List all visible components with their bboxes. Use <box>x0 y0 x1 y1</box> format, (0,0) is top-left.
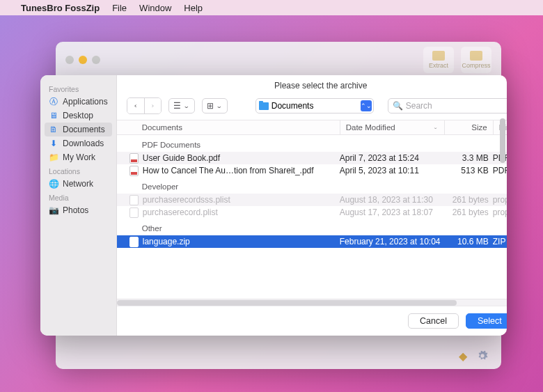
file-date: February 21, 2023 at 10:04 <box>340 237 444 246</box>
view-mode-button[interactable]: ☰⌄ <box>168 98 195 113</box>
compress-label: Compress <box>462 62 490 69</box>
download-icon: ⬇ <box>49 139 58 148</box>
sidebar-item-applications[interactable]: ⒶApplications <box>45 95 112 109</box>
group-header: Developer <box>117 177 507 194</box>
folder-icon: 📁 <box>49 152 58 162</box>
folder-icon <box>259 102 269 110</box>
sidebar: FavoritesⒶApplications🖥Desktop🗎Documents… <box>40 75 117 336</box>
select-button[interactable]: Select <box>466 313 507 329</box>
file-size: 10.6 MB <box>444 237 493 246</box>
dialog-footer: Cancel Select <box>117 306 507 336</box>
extract-label: Extract <box>429 62 448 69</box>
file-open-dialog: FavoritesⒶApplications🖥Desktop🗎Documents… <box>40 75 507 336</box>
file-name: How to Cancel The Au…tion from Shareit_.… <box>143 166 314 175</box>
search-icon: 🔍 <box>393 101 403 111</box>
file-zip-icon <box>129 237 139 247</box>
scroll-thumb[interactable] <box>500 118 505 163</box>
file-size: 261 bytes <box>444 207 493 217</box>
gear-icon[interactable] <box>476 350 489 362</box>
file-list[interactable]: PDF DocumentsUser Guide Book.pdfApril 7,… <box>117 135 507 306</box>
desktop-icon: 🖥 <box>49 111 58 120</box>
forward-button[interactable]: › <box>144 98 161 113</box>
file-name: purchaserecord.plist <box>143 207 218 217</box>
file-row[interactable]: language.zipFebruary 21, 2023 at 10:0410… <box>117 235 507 248</box>
sidebar-section-label: Favorites <box>45 82 112 95</box>
help-menu[interactable]: Help <box>184 3 203 13</box>
column-name[interactable]: Documents <box>117 120 340 134</box>
file-name: User Guide Book.pdf <box>143 153 220 163</box>
grid-icon: ⊞ <box>207 101 214 111</box>
file-name: language.zip <box>143 237 190 246</box>
column-size[interactable]: Size <box>444 120 493 134</box>
close-traffic-icon[interactable] <box>65 56 74 64</box>
system-menubar: TunesBro FossZip File Window Help <box>0 0 543 15</box>
list-header: Documents Date Modified⌄ Size Kind <box>117 120 507 135</box>
sidebar-item-photos[interactable]: 📷Photos <box>45 203 112 217</box>
sidebar-item-label: Documents <box>63 125 105 134</box>
compress-button: Compress <box>461 47 491 73</box>
window-menu[interactable]: Window <box>139 3 171 13</box>
sidebar-item-documents[interactable]: 🗎Documents <box>45 123 112 136</box>
zoom-traffic-icon[interactable] <box>92 56 100 64</box>
sidebar-item-label: Desktop <box>63 111 93 120</box>
traffic-lights[interactable] <box>65 56 100 64</box>
group-header: PDF Documents <box>117 135 507 152</box>
file-date: August 18, 2023 at 11:30 <box>340 195 444 205</box>
search-field[interactable]: 🔍 <box>388 98 507 113</box>
chevron-right-icon: › <box>151 102 154 109</box>
network-icon: 🌐 <box>49 179 58 189</box>
file-name: purchaserecordsss.plist <box>143 195 230 205</box>
chevron-down-icon: ⌄ <box>216 102 223 109</box>
nav-buttons: ‹ › <box>127 97 162 114</box>
back-button[interactable]: ‹ <box>127 98 144 113</box>
file-size: 513 KB <box>444 166 493 175</box>
dialog-toolbar: ‹ › ☰⌄ ⊞⌄ Documents ⌃⌄ 🔍 <box>117 95 507 120</box>
group-header: Other <box>117 219 507 235</box>
column-date[interactable]: Date Modified⌄ <box>340 120 444 134</box>
scroll-thumb[interactable] <box>117 300 457 306</box>
location-label: Documents <box>272 101 314 111</box>
apps-icon: Ⓐ <box>49 97 58 107</box>
file-size: 3.3 MB <box>444 153 493 163</box>
file-date: April 7, 2023 at 15:24 <box>340 153 444 163</box>
sidebar-item-label: My Work <box>63 152 95 162</box>
sidebar-section-label: Locations <box>45 164 112 177</box>
file-plist-icon <box>129 195 139 205</box>
list-view-icon: ☰ <box>173 101 181 111</box>
extract-button: Extract <box>423 47 454 73</box>
sidebar-item-label: Applications <box>63 97 108 107</box>
file-row[interactable]: User Guide Book.pdfApril 7, 2023 at 15:2… <box>117 152 507 164</box>
location-select[interactable]: Documents ⌃⌄ <box>255 98 374 113</box>
horizontal-scrollbar[interactable] <box>117 299 507 306</box>
file-pdf-icon <box>129 153 139 164</box>
file-size: 261 bytes <box>444 195 493 205</box>
vertical-scrollbar[interactable] <box>498 118 507 308</box>
file-plist-icon <box>129 207 139 218</box>
sort-chevron-down-icon: ⌄ <box>433 125 439 130</box>
photos-icon: 📷 <box>49 205 58 215</box>
sidebar-item-label: Downloads <box>63 139 104 148</box>
cancel-button[interactable]: Cancel <box>408 313 459 329</box>
file-menu[interactable]: File <box>112 3 127 13</box>
sidebar-item-downloads[interactable]: ⬇Downloads <box>45 136 112 150</box>
dialog-title: Please select the archive <box>117 75 507 95</box>
dropdown-icon: ⌃⌄ <box>361 100 372 111</box>
diamond-icon[interactable]: ◆ <box>457 350 469 362</box>
sidebar-item-my-work[interactable]: 📁My Work <box>45 150 112 164</box>
file-pdf-icon <box>129 166 139 176</box>
file-date: April 5, 2023 at 10:11 <box>340 166 444 175</box>
dialog-main: Please select the archive ‹ › ☰⌄ ⊞⌄ Docu… <box>117 75 507 336</box>
sidebar-item-desktop[interactable]: 🖥Desktop <box>45 109 112 123</box>
file-row: purchaserecordsss.plistAugust 18, 2023 a… <box>117 194 507 206</box>
search-input[interactable] <box>406 101 507 111</box>
sidebar-section-label: Media <box>45 191 112 203</box>
group-button[interactable]: ⊞⌄ <box>202 98 228 113</box>
sidebar-item-network[interactable]: 🌐Network <box>45 177 112 191</box>
file-row[interactable]: How to Cancel The Au…tion from Shareit_.… <box>117 164 507 177</box>
file-date: August 17, 2023 at 18:07 <box>340 207 444 217</box>
sidebar-item-label: Network <box>63 179 93 189</box>
chevron-left-icon: ‹ <box>134 102 137 109</box>
app-menu[interactable]: TunesBro FossZip <box>21 3 100 13</box>
sidebar-item-label: Photos <box>63 205 88 215</box>
minimize-traffic-icon[interactable] <box>79 56 87 64</box>
